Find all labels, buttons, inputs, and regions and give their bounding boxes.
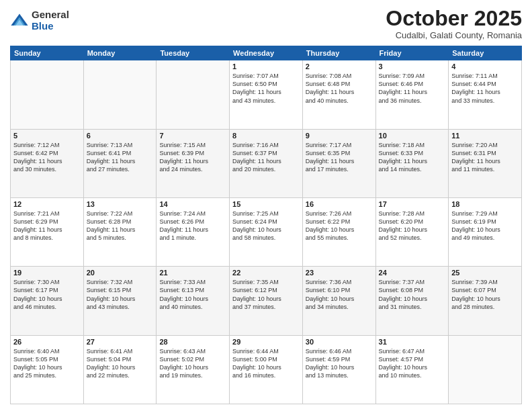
day-number: 19 [13,269,81,277]
day-number: 17 [379,200,446,208]
day-info: Sunrise: 7:20 AM Sunset: 6:31 PM Dayligh… [451,141,519,174]
day-info: Sunrise: 7:30 AM Sunset: 6:17 PM Dayligh… [13,278,81,311]
calendar-cell: 28Sunrise: 6:43 AM Sunset: 5:02 PM Dayli… [157,335,230,404]
day-info: Sunrise: 6:40 AM Sunset: 5:05 PM Dayligh… [13,347,81,380]
day-number: 26 [13,338,81,346]
calendar-cell: 6Sunrise: 7:13 AM Sunset: 6:41 PM Daylig… [83,129,157,197]
day-number: 28 [159,338,226,346]
day-number: 22 [232,269,300,277]
day-info: Sunrise: 7:12 AM Sunset: 6:42 PM Dayligh… [13,141,81,174]
header-row: Sunday Monday Tuesday Wednesday Thursday… [11,46,522,60]
page: General Blue October 2025 Cudalbi, Galat… [0,0,532,411]
calendar-cell: 20Sunrise: 7:32 AM Sunset: 6:15 PM Dayli… [83,267,157,335]
month-title: October 2025 [386,7,522,30]
day-number: 11 [451,132,519,140]
day-info: Sunrise: 6:47 AM Sunset: 4:57 PM Dayligh… [379,347,446,380]
calendar-cell: 11Sunrise: 7:20 AM Sunset: 6:31 PM Dayli… [449,129,522,197]
calendar-cell: 2Sunrise: 7:08 AM Sunset: 6:48 PM Daylig… [302,60,375,129]
day-number: 9 [306,132,373,140]
calendar-cell: 27Sunrise: 6:41 AM Sunset: 5:04 PM Dayli… [83,335,157,404]
calendar-cell: 5Sunrise: 7:12 AM Sunset: 6:42 PM Daylig… [11,129,84,197]
day-info: Sunrise: 7:11 AM Sunset: 6:44 PM Dayligh… [451,72,519,105]
day-number: 25 [451,269,519,277]
col-tuesday: Tuesday [157,46,230,60]
day-number: 6 [87,132,154,140]
calendar-cell: 30Sunrise: 6:46 AM Sunset: 4:59 PM Dayli… [302,335,375,404]
day-info: Sunrise: 7:21 AM Sunset: 6:29 PM Dayligh… [13,210,81,242]
day-info: Sunrise: 7:07 AM Sunset: 6:50 PM Dayligh… [232,72,300,105]
day-info: Sunrise: 7:22 AM Sunset: 6:28 PM Dayligh… [87,210,154,242]
calendar-cell: 26Sunrise: 6:40 AM Sunset: 5:05 PM Dayli… [11,335,84,404]
day-info: Sunrise: 7:36 AM Sunset: 6:10 PM Dayligh… [306,278,373,311]
calendar-cell: 22Sunrise: 7:35 AM Sunset: 6:12 PM Dayli… [230,267,303,335]
calendar-cell: 15Sunrise: 7:25 AM Sunset: 6:24 PM Dayli… [230,197,303,266]
calendar-cell: 1Sunrise: 7:07 AM Sunset: 6:50 PM Daylig… [230,60,303,129]
day-number: 20 [87,269,154,277]
calendar-cell: 19Sunrise: 7:30 AM Sunset: 6:17 PM Dayli… [11,267,84,335]
calendar-cell: 24Sunrise: 7:37 AM Sunset: 6:08 PM Dayli… [375,267,449,335]
calendar-week-row: 1Sunrise: 7:07 AM Sunset: 6:50 PM Daylig… [11,60,522,129]
calendar-cell [11,60,84,129]
calendar-table: Sunday Monday Tuesday Wednesday Thursday… [10,46,522,404]
logo-icon [10,11,29,30]
calendar-cell: 3Sunrise: 7:09 AM Sunset: 6:46 PM Daylig… [375,60,449,129]
day-info: Sunrise: 7:37 AM Sunset: 6:08 PM Dayligh… [379,278,446,311]
day-info: Sunrise: 7:33 AM Sunset: 6:13 PM Dayligh… [159,278,226,311]
day-number: 24 [379,269,446,277]
day-info: Sunrise: 6:44 AM Sunset: 5:00 PM Dayligh… [232,347,300,380]
logo-general-text: General [32,9,69,21]
calendar-cell: 29Sunrise: 6:44 AM Sunset: 5:00 PM Dayli… [230,335,303,404]
day-info: Sunrise: 7:13 AM Sunset: 6:41 PM Dayligh… [87,141,154,174]
day-info: Sunrise: 6:43 AM Sunset: 5:02 PM Dayligh… [159,347,226,380]
day-number: 31 [379,338,446,346]
day-number: 29 [232,338,300,346]
day-info: Sunrise: 7:39 AM Sunset: 6:07 PM Dayligh… [451,278,519,311]
location-subtitle: Cudalbi, Galati County, Romania [386,30,522,40]
day-number: 15 [232,200,300,208]
logo-text: General Blue [32,9,69,32]
calendar-cell [449,335,522,404]
col-monday: Monday [83,46,157,60]
day-number: 13 [87,200,154,208]
day-number: 18 [451,200,519,208]
day-info: Sunrise: 7:26 AM Sunset: 6:22 PM Dayligh… [306,210,373,242]
calendar-cell: 21Sunrise: 7:33 AM Sunset: 6:13 PM Dayli… [157,267,230,335]
day-info: Sunrise: 6:41 AM Sunset: 5:04 PM Dayligh… [87,347,154,380]
col-friday: Friday [375,46,449,60]
day-info: Sunrise: 6:46 AM Sunset: 4:59 PM Dayligh… [306,347,373,380]
day-info: Sunrise: 7:08 AM Sunset: 6:48 PM Dayligh… [306,72,373,105]
calendar-cell: 25Sunrise: 7:39 AM Sunset: 6:07 PM Dayli… [449,267,522,335]
calendar-cell: 12Sunrise: 7:21 AM Sunset: 6:29 PM Dayli… [11,197,84,266]
day-info: Sunrise: 7:28 AM Sunset: 6:20 PM Dayligh… [379,210,446,242]
day-info: Sunrise: 7:32 AM Sunset: 6:15 PM Dayligh… [87,278,154,311]
calendar-week-row: 12Sunrise: 7:21 AM Sunset: 6:29 PM Dayli… [11,197,522,266]
calendar-cell: 14Sunrise: 7:24 AM Sunset: 6:26 PM Dayli… [157,197,230,266]
calendar-cell: 18Sunrise: 7:29 AM Sunset: 6:19 PM Dayli… [449,197,522,266]
calendar-cell: 13Sunrise: 7:22 AM Sunset: 6:28 PM Dayli… [83,197,157,266]
day-number: 10 [379,132,446,140]
day-info: Sunrise: 7:09 AM Sunset: 6:46 PM Dayligh… [379,72,446,105]
calendar-week-row: 5Sunrise: 7:12 AM Sunset: 6:42 PM Daylig… [11,129,522,197]
day-info: Sunrise: 7:25 AM Sunset: 6:24 PM Dayligh… [232,210,300,242]
calendar-cell: 10Sunrise: 7:18 AM Sunset: 6:33 PM Dayli… [375,129,449,197]
col-sunday: Sunday [11,46,84,60]
header: General Blue October 2025 Cudalbi, Galat… [10,7,522,40]
day-info: Sunrise: 7:17 AM Sunset: 6:35 PM Dayligh… [306,141,373,174]
calendar-cell: 17Sunrise: 7:28 AM Sunset: 6:20 PM Dayli… [375,197,449,266]
day-number: 7 [159,132,226,140]
day-number: 14 [159,200,226,208]
col-wednesday: Wednesday [230,46,303,60]
title-section: October 2025 Cudalbi, Galati County, Rom… [386,7,522,40]
calendar-cell: 4Sunrise: 7:11 AM Sunset: 6:44 PM Daylig… [449,60,522,129]
day-info: Sunrise: 7:24 AM Sunset: 6:26 PM Dayligh… [159,210,226,242]
day-number: 16 [306,200,373,208]
calendar-cell: 8Sunrise: 7:16 AM Sunset: 6:37 PM Daylig… [230,129,303,197]
day-info: Sunrise: 7:16 AM Sunset: 6:37 PM Dayligh… [232,141,300,174]
day-number: 1 [232,62,300,71]
day-number: 4 [451,62,519,71]
calendar-cell: 16Sunrise: 7:26 AM Sunset: 6:22 PM Dayli… [302,197,375,266]
day-number: 30 [306,338,373,346]
calendar-cell: 7Sunrise: 7:15 AM Sunset: 6:39 PM Daylig… [157,129,230,197]
calendar-week-row: 19Sunrise: 7:30 AM Sunset: 6:17 PM Dayli… [11,267,522,335]
day-number: 21 [159,269,226,277]
